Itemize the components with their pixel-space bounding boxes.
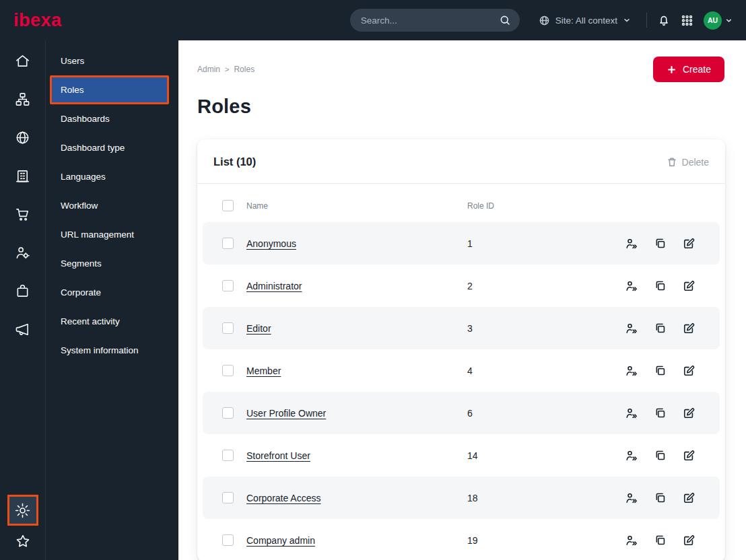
role-name-link[interactable]: Company admin bbox=[246, 535, 455, 546]
assign-users-button[interactable] bbox=[625, 237, 638, 250]
copy-role-button[interactable] bbox=[654, 364, 667, 378]
assign-users-button[interactable] bbox=[625, 534, 638, 547]
site-context-label: Site: All context bbox=[555, 15, 617, 26]
sidebar-item-system-information[interactable]: System information bbox=[46, 336, 178, 365]
copy-role-button[interactable] bbox=[654, 491, 667, 505]
role-name-link[interactable]: User Profile Owner bbox=[246, 408, 455, 419]
edit-icon bbox=[682, 322, 696, 335]
row-checkbox[interactable] bbox=[222, 238, 234, 249]
edit-role-button[interactable] bbox=[682, 322, 696, 335]
sidebar-item-users[interactable]: Users bbox=[46, 46, 178, 75]
row-checkbox[interactable] bbox=[222, 280, 234, 291]
copy-role-button[interactable] bbox=[654, 534, 667, 547]
copy-role-button[interactable] bbox=[654, 237, 667, 250]
edit-role-button[interactable] bbox=[682, 407, 696, 420]
assign-user-icon bbox=[625, 491, 638, 505]
edit-icon bbox=[682, 364, 696, 378]
edit-role-button[interactable] bbox=[682, 237, 696, 250]
admin-settings-highlight-box[interactable] bbox=[7, 495, 38, 526]
sidebar-item-corporate[interactable]: Corporate bbox=[46, 278, 178, 307]
copy-role-button[interactable] bbox=[654, 322, 667, 335]
table-header: Name Role ID bbox=[197, 184, 725, 222]
main-content: Admin > Roles Create Roles List (10) Del… bbox=[178, 40, 746, 560]
notifications-button[interactable] bbox=[657, 13, 671, 27]
commerce-item[interactable] bbox=[15, 206, 30, 222]
breadcrumb-roles: Roles bbox=[234, 65, 255, 74]
copy-role-button[interactable] bbox=[654, 407, 667, 420]
edit-icon bbox=[682, 491, 696, 505]
assign-users-button[interactable] bbox=[625, 449, 638, 462]
breadcrumb-admin[interactable]: Admin bbox=[197, 65, 220, 74]
list-count-title: List (10) bbox=[213, 155, 256, 168]
create-button[interactable]: Create bbox=[653, 57, 724, 82]
topbar-divider bbox=[646, 13, 647, 28]
edit-role-button[interactable] bbox=[682, 449, 696, 462]
role-name-link[interactable]: Member bbox=[246, 365, 455, 376]
edit-role-button[interactable] bbox=[682, 491, 696, 505]
table-row: Member 4 bbox=[203, 349, 720, 392]
table-row: Anonymous 1 bbox=[203, 222, 720, 265]
row-checkbox[interactable] bbox=[222, 450, 234, 461]
sidebar-item-workflow[interactable]: Workflow bbox=[46, 191, 178, 220]
column-header-role-id: Role ID bbox=[467, 201, 597, 211]
copy-icon bbox=[654, 534, 667, 547]
row-checkbox[interactable] bbox=[222, 407, 234, 419]
assign-users-button[interactable] bbox=[625, 279, 638, 293]
breadcrumb: Admin > Roles bbox=[197, 65, 255, 74]
copy-role-button[interactable] bbox=[654, 449, 667, 462]
role-name-link[interactable]: Corporate Access bbox=[246, 493, 455, 503]
site-context-selector[interactable]: Site: All context bbox=[539, 15, 631, 26]
ibexa-logo[interactable]: ibexa bbox=[13, 11, 62, 30]
customers-item[interactable] bbox=[15, 244, 30, 260]
assign-users-button[interactable] bbox=[625, 364, 638, 378]
role-id-value: 2 bbox=[467, 281, 597, 291]
topbar: ibexa Search... Site: All context AU bbox=[0, 0, 746, 40]
assign-users-button[interactable] bbox=[625, 407, 638, 420]
delete-button[interactable]: Delete bbox=[667, 157, 709, 168]
assign-users-button[interactable] bbox=[625, 322, 638, 335]
assign-user-icon bbox=[625, 534, 638, 547]
sidebar-item-dashboard-type[interactable]: Dashboard type bbox=[46, 133, 178, 162]
edit-icon bbox=[682, 449, 696, 462]
row-checkbox[interactable] bbox=[222, 365, 234, 376]
dashboard-home-item[interactable] bbox=[15, 53, 30, 69]
sidebar-item-recent-activity[interactable]: Recent activity bbox=[46, 307, 178, 336]
role-name-link[interactable]: Storefront User bbox=[246, 450, 455, 461]
sidebar-item-url-management[interactable]: URL management bbox=[46, 220, 178, 249]
roles-list-card: List (10) Delete Name Role ID Anonymous … bbox=[197, 139, 725, 560]
role-name-link[interactable]: Editor bbox=[246, 323, 455, 334]
sitemap-icon bbox=[15, 92, 30, 107]
assign-users-button[interactable] bbox=[625, 491, 638, 505]
role-name-link[interactable]: Anonymous bbox=[246, 238, 455, 249]
copy-role-button[interactable] bbox=[654, 279, 667, 293]
bookmarks-item[interactable] bbox=[15, 533, 31, 549]
sidebar-item-segments[interactable]: Segments bbox=[46, 249, 178, 278]
copy-icon bbox=[654, 237, 667, 250]
row-checkbox[interactable] bbox=[222, 322, 234, 334]
sidebar-item-roles[interactable]: Roles bbox=[50, 75, 169, 104]
company-item[interactable] bbox=[15, 168, 30, 184]
app-switcher-button[interactable] bbox=[681, 14, 693, 27]
user-menu[interactable]: AU bbox=[704, 11, 733, 30]
row-checkbox[interactable] bbox=[222, 492, 234, 503]
select-all-checkbox[interactable] bbox=[222, 200, 234, 211]
role-name-link[interactable]: Administrator bbox=[246, 281, 455, 291]
sidebar-item-languages[interactable]: Languages bbox=[46, 162, 178, 191]
edit-role-button[interactable] bbox=[682, 364, 696, 378]
edit-role-button[interactable] bbox=[682, 534, 696, 547]
products-item[interactable] bbox=[15, 283, 30, 299]
sidebar-item-dashboards[interactable]: Dashboards bbox=[46, 104, 178, 133]
role-id-value: 4 bbox=[467, 365, 597, 376]
row-checkbox[interactable] bbox=[222, 534, 234, 546]
globe-icon bbox=[539, 15, 550, 26]
search-input[interactable]: Search... bbox=[350, 9, 520, 32]
content-tree-item[interactable] bbox=[15, 91, 30, 107]
table-row: Administrator 2 bbox=[203, 265, 720, 307]
site-item[interactable] bbox=[15, 129, 30, 145]
breadcrumb-separator: > bbox=[225, 65, 229, 73]
marketing-item[interactable] bbox=[15, 321, 30, 337]
role-id-value: 14 bbox=[467, 450, 597, 461]
bell-icon bbox=[657, 13, 671, 27]
edit-role-button[interactable] bbox=[682, 279, 696, 293]
admin-sidebar: Users Roles Dashboards Dashboard type La… bbox=[46, 40, 178, 560]
